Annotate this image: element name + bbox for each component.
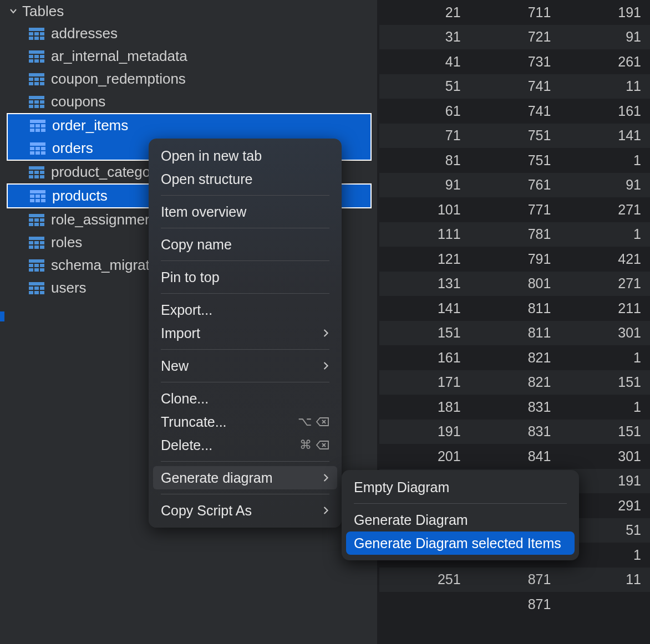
table-icon — [29, 28, 44, 40]
svg-rect-67 — [29, 246, 33, 249]
svg-rect-1 — [29, 32, 33, 35]
data-cell: 741 — [470, 103, 560, 119]
data-cell: 111 — [379, 226, 470, 242]
svg-rect-17 — [40, 78, 44, 81]
menu-separator — [161, 195, 329, 196]
menu-item-import[interactable]: Import — [149, 321, 342, 345]
submenu-item-generate-diagram[interactable]: Generate Diagram — [342, 508, 579, 531]
data-cell: 1 — [560, 399, 650, 415]
data-cell: 301 — [560, 325, 650, 341]
svg-rect-56 — [29, 214, 44, 217]
data-row[interactable]: 201841301 — [379, 444, 650, 469]
table-addresses[interactable]: addresses — [0, 22, 377, 45]
data-row[interactable]: 191831151 — [379, 420, 650, 444]
chevron-right-icon — [323, 470, 329, 486]
data-cell: 151 — [560, 423, 650, 439]
data-cell: 121 — [379, 251, 470, 267]
menu-item-generate-diagram[interactable]: Generate diagram — [153, 466, 337, 489]
menu-item-open-structure[interactable]: Open structure — [149, 167, 342, 191]
table-coupons[interactable]: coupons — [0, 90, 377, 113]
data-cell: 821 — [470, 350, 560, 366]
svg-rect-39 — [30, 151, 34, 155]
menu-item-item-overview[interactable]: Item overview — [149, 200, 342, 223]
data-row[interactable]: 151811301 — [379, 321, 650, 346]
menu-item-copy-script-as[interactable]: Copy Script As — [149, 499, 342, 522]
submenu-item-empty-diagram[interactable]: Empty Diagram — [342, 476, 579, 499]
table-label: orders — [52, 140, 93, 157]
menu-item-copy-name[interactable]: Copy name — [149, 233, 342, 256]
table-label: addresses — [51, 25, 118, 42]
data-row[interactable]: 25187111 — [379, 568, 650, 592]
menu-item-label: Import — [161, 325, 200, 341]
menu-item-pin-to-top[interactable]: Pin to top — [149, 265, 342, 289]
data-row[interactable]: 817511 — [379, 148, 650, 173]
data-cell: 191 — [560, 4, 650, 21]
menu-item-label: Truncate... — [161, 414, 227, 430]
menu-item-label: Copy Script As — [161, 503, 252, 519]
table-icon — [30, 142, 45, 155]
svg-rect-31 — [41, 124, 45, 127]
svg-rect-52 — [41, 195, 45, 198]
data-row[interactable]: 171821151 — [379, 370, 650, 395]
table-order_items[interactable]: order_items — [8, 114, 370, 137]
data-cell: 81 — [379, 152, 470, 168]
menu-separator — [354, 503, 567, 504]
data-cell: 811 — [470, 325, 560, 341]
data-row[interactable]: 41731261 — [379, 49, 650, 74]
menu-item-truncate-[interactable]: Truncate...⌥ — [149, 410, 342, 433]
data-cell: 11 — [560, 571, 650, 587]
menu-separator — [161, 293, 329, 294]
menu-item-new[interactable]: New — [149, 354, 342, 377]
data-row[interactable]: 21711191 — [379, 0, 650, 25]
data-cell: 751 — [470, 152, 560, 168]
data-row[interactable]: 5174111 — [379, 74, 650, 99]
data-row[interactable]: 1117811 — [379, 222, 650, 247]
table-icon — [30, 120, 45, 132]
svg-rect-13 — [40, 59, 44, 63]
data-row[interactable]: 871 — [379, 592, 650, 617]
context-menu: Open in new tabOpen structureItem overvi… — [149, 139, 342, 528]
submenu-item-generate-diagram-selected-items[interactable]: Generate Diagram selected Items — [346, 531, 575, 555]
svg-rect-64 — [29, 241, 33, 244]
table-icon — [29, 96, 44, 108]
data-cell: 41 — [379, 54, 470, 70]
submenu-item-label: Generate Diagram — [354, 512, 468, 528]
data-row[interactable]: 61741161 — [379, 99, 650, 124]
data-row[interactable]: 131801271 — [379, 272, 650, 297]
table-coupon_redemptions[interactable]: coupon_redemptions — [0, 68, 377, 90]
data-row[interactable]: 101771271 — [379, 197, 650, 222]
menu-item-open-in-new-tab[interactable]: Open in new tab — [149, 144, 342, 167]
menu-item-export-[interactable]: Export... — [149, 298, 342, 321]
data-cell: 161 — [379, 350, 470, 366]
menu-item-clone-[interactable]: Clone... — [149, 387, 342, 410]
data-row[interactable]: 3172191 — [379, 25, 650, 50]
data-row[interactable]: 1818311 — [379, 395, 650, 420]
data-cell: 91 — [560, 29, 650, 45]
data-cell: 141 — [379, 300, 470, 316]
chevron-right-icon — [323, 358, 329, 374]
table-icon — [29, 50, 44, 63]
table-label: roles — [51, 234, 82, 251]
data-cell: 151 — [379, 325, 470, 341]
data-row[interactable]: 1618211 — [379, 345, 650, 370]
svg-rect-61 — [34, 223, 39, 226]
table-ar_internal_metadata[interactable]: ar_internal_metadata — [0, 45, 377, 68]
svg-rect-83 — [40, 291, 44, 294]
data-row[interactable]: 121791421 — [379, 247, 650, 272]
data-row[interactable]: 71751141 — [379, 124, 650, 149]
data-cell: 831 — [470, 399, 560, 415]
data-cell: 11 — [560, 78, 650, 94]
menu-item-label: Delete... — [161, 437, 212, 453]
svg-rect-16 — [34, 78, 39, 81]
menu-item-delete-[interactable]: Delete...⌘ — [149, 433, 342, 457]
data-row[interactable]: 141811211 — [379, 296, 650, 321]
svg-rect-48 — [40, 175, 44, 178]
data-cell: 831 — [470, 423, 560, 439]
svg-rect-65 — [34, 241, 39, 244]
svg-rect-66 — [40, 241, 44, 244]
svg-rect-27 — [40, 105, 44, 108]
svg-rect-54 — [35, 199, 40, 202]
data-row[interactable]: 9176191 — [379, 173, 650, 198]
svg-rect-73 — [40, 264, 44, 267]
folder-tables[interactable]: Tables — [0, 0, 377, 22]
